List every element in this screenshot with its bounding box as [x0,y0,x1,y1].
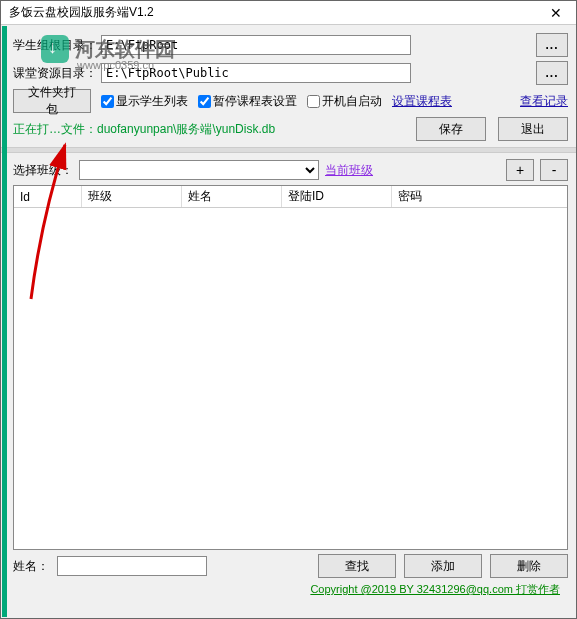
separator [1,147,576,153]
name-label: 姓名： [13,558,49,575]
set-schedule-link[interactable]: 设置课程表 [392,93,452,110]
table-header: Id 班级 姓名 登陆ID 密码 [14,186,567,208]
add-class-button[interactable]: + [506,159,534,181]
add-button[interactable]: 添加 [404,554,482,578]
path2-label: 课堂资源目录： [13,65,97,82]
status-prefix: 正在打…文件： [13,121,97,138]
delete-button[interactable]: 删除 [490,554,568,578]
titlebar: 多饭云盘校园版服务端V1.2 ✕ [1,1,576,25]
col-id[interactable]: Id [14,186,82,207]
accent-bar [2,26,7,617]
col-loginid[interactable]: 登陆ID [282,186,392,207]
copyright-link[interactable]: Copyright @2019 BY 32431296@qq.com 打赏作者 [13,582,568,597]
current-class-link[interactable]: 当前班级 [325,162,373,179]
status-file: duofanyunpan\服务端\yunDisk.db [97,121,275,138]
window-title: 多饭云盘校园版服务端V1.2 [9,4,536,21]
class-select-label: 选择班级： [13,162,73,179]
browse-button-1[interactable]: ... [536,33,568,57]
close-button[interactable]: ✕ [536,1,576,25]
search-button[interactable]: 查找 [318,554,396,578]
col-password[interactable]: 密码 [392,186,542,207]
pack-folder-button[interactable]: 文件夹打包 [13,89,91,113]
table-body [14,208,567,548]
resource-dir-input[interactable] [101,63,411,83]
exit-button[interactable]: 退出 [498,117,568,141]
col-class[interactable]: 班级 [82,186,182,207]
save-button[interactable]: 保存 [416,117,486,141]
path1-label: 学生组根目录： [13,37,97,54]
name-input[interactable] [57,556,207,576]
view-log-link[interactable]: 查看记录 [520,93,568,110]
student-table[interactable]: Id 班级 姓名 登陆ID 密码 [13,185,568,550]
col-name[interactable]: 姓名 [182,186,282,207]
browse-button-2[interactable]: ... [536,61,568,85]
remove-class-button[interactable]: - [540,159,568,181]
show-student-checkbox[interactable]: 显示学生列表 [101,93,188,110]
autostart-checkbox[interactable]: 开机自启动 [307,93,382,110]
student-root-input[interactable] [101,35,411,55]
class-select[interactable] [79,160,319,180]
pause-schedule-checkbox[interactable]: 暂停课程表设置 [198,93,297,110]
